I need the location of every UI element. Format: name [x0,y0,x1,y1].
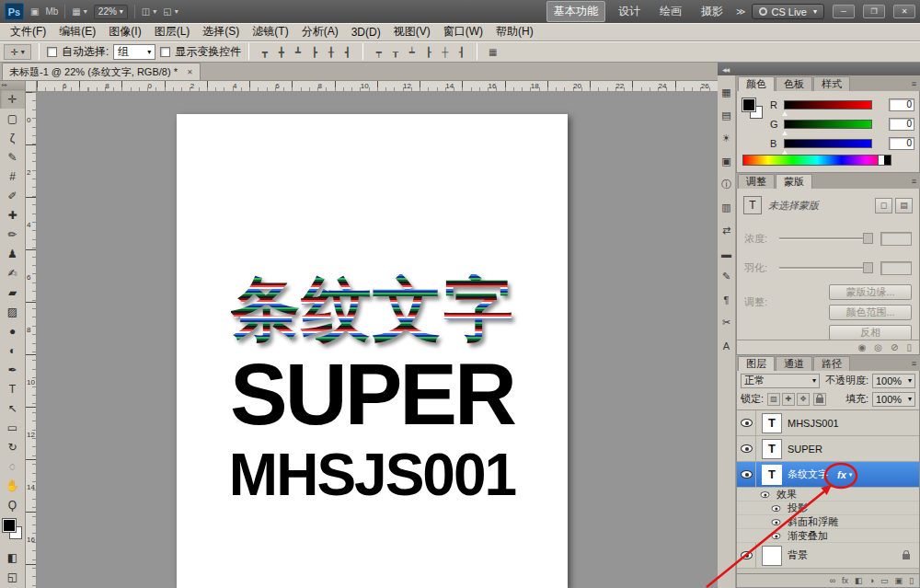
tab-paths[interactable]: 路径 [813,356,850,371]
color-spectrum-bar[interactable] [742,155,891,166]
background-layer-thumbnail[interactable] [762,546,782,566]
gradient-tool[interactable]: ▨ [0,302,25,321]
zoom-level-combo[interactable]: 22% [94,5,128,19]
fx-icon[interactable]: fx [837,469,846,480]
mask-delete-icon[interactable]: ▯ [906,342,912,352]
layer-row-mhsjs001[interactable]: T MHSJS001 [737,410,919,436]
menu-item[interactable]: 文件(F) [4,23,52,40]
menu-item[interactable]: 3D(D) [345,23,387,40]
channel-slider[interactable] [784,139,872,148]
align-icon[interactable]: ┣ [306,44,322,60]
fill-combo[interactable]: 100% [872,392,915,407]
layer-row-background[interactable]: 背景 [737,543,919,569]
channel-slider[interactable] [784,100,872,110]
pen-tool[interactable]: ✒ [0,360,25,379]
visibility-cell[interactable] [737,410,756,435]
tab-swatches[interactable]: 色板 [776,76,812,91]
masks-panel-icon[interactable]: ▣ [718,150,735,173]
clone-source-panel-icon[interactable]: ✂ [718,311,735,334]
layer-name[interactable]: SUPER [788,444,822,455]
menu-item[interactable]: 窗口(W) [437,23,489,40]
refine-button[interactable]: 蒙版边缘... [829,284,912,300]
tab-adjustments[interactable]: 调整 [738,174,775,189]
tab-channels[interactable]: 通道 [776,356,812,371]
delete-layer-icon[interactable]: ▯ [909,576,914,585]
notes-panel-icon[interactable]: ✎ [718,265,735,288]
lock-icon[interactable]: ✚ [782,393,795,406]
mask-disable-icon[interactable]: ⊘ [891,342,898,352]
blur-tool[interactable]: ● [0,321,25,340]
tab-layers[interactable]: 图层 [738,356,775,371]
distribute-icon[interactable]: ┷ [404,44,420,60]
align-icon[interactable]: ╋ [273,44,289,60]
align-icon[interactable]: ╂ [323,44,339,60]
link-layers-icon[interactable]: ∞ [830,576,835,585]
menu-item[interactable]: 编辑(E) [52,23,102,40]
quick-selection-tool[interactable]: ✎ [0,147,25,167]
color-swatches[interactable] [0,518,25,546]
tools-panel-grip[interactable]: ▸▸ [0,81,25,89]
view-extras-icon[interactable]: ▦ [72,6,86,17]
visibility-cell[interactable] [737,436,756,461]
feather-value[interactable] [880,261,912,275]
layer-style-icon[interactable]: fx [842,576,848,585]
layer-name[interactable]: 背景 [788,548,808,562]
canvas-area[interactable]: 条纹文字 SUPER MHSJS001 [37,92,718,588]
path-selection-tool[interactable]: ↖ [0,398,25,418]
info-panel-icon[interactable]: ⓘ [718,173,735,196]
eye-icon[interactable] [772,505,781,512]
swatches-panel-icon[interactable]: ▦ [718,81,735,104]
character-panel-icon[interactable]: A [718,334,735,357]
type-tool[interactable]: T [0,379,25,398]
menu-item[interactable]: 视图(V) [387,23,437,40]
panel-menu-icon[interactable]: ≡ [912,359,916,368]
workspace-overflow-icon[interactable]: ≫ [736,6,745,17]
distribute-icon[interactable]: ┨ [454,44,469,60]
channel-value[interactable]: 0 [889,118,914,131]
screen-mode-button[interactable]: ◱ [0,567,25,586]
eye-icon[interactable] [741,551,753,559]
layer-style-badge[interactable]: fx ▾ [837,469,852,480]
auto-select-checkbox[interactable] [47,47,57,57]
lasso-tool[interactable]: ζ [0,128,25,147]
opacity-combo[interactable]: 100% [872,374,915,388]
layer-row-super[interactable]: T SUPER [737,436,919,462]
menu-item[interactable]: 帮助(H) [489,23,540,40]
add-vector-mask-button[interactable]: ▤ [895,198,913,213]
adjustment-layer-icon[interactable]: ◑ [869,576,874,585]
eye-icon[interactable] [741,470,753,478]
lock-icon[interactable]: ✥ [797,393,810,406]
menu-item[interactable]: 选择(S) [196,23,246,40]
eyedropper-tool[interactable]: ✐ [0,186,25,205]
tab-masks[interactable]: 蒙版 [776,174,812,189]
workspace-painting-button[interactable]: 绘画 [653,2,688,21]
menu-item[interactable]: 图层(L) [148,23,197,40]
align-icon[interactable]: ┫ [339,44,355,60]
align-icon[interactable]: ┳ [257,44,272,60]
blend-mode-combo[interactable]: 正常 [741,374,820,388]
3d-orbit-tool[interactable]: ◌ [0,456,25,476]
healing-brush-tool[interactable]: ✚ [0,205,25,225]
eye-icon[interactable] [741,419,753,427]
styles-panel-icon[interactable]: ▤ [718,104,735,127]
effect-row[interactable]: 渐变叠加 [737,529,919,543]
channel-slider[interactable] [784,120,872,129]
mini-bridge-icon[interactable]: Mb [45,6,58,17]
align-icon[interactable]: ┻ [290,44,305,60]
workspace-basic-button[interactable]: 基本功能 [546,1,605,22]
tool-preset-picker[interactable]: ✛ [4,44,31,60]
eye-icon[interactable] [761,491,770,498]
visibility-cell[interactable] [737,462,756,487]
effect-row[interactable]: 投影 [737,502,919,515]
mask-apply-icon[interactable]: ◉ [858,342,867,352]
layer-name[interactable]: MHSJS001 [788,418,839,429]
black-chip[interactable] [884,156,891,165]
history-brush-tool[interactable]: ✍ [0,263,25,282]
hand-tool[interactable]: ✋ [0,476,25,495]
workspace-photography-button[interactable]: 摄影 [695,2,730,21]
collapse-panels-icon[interactable]: ◀◀ [722,66,729,73]
panel-menu-icon[interactable]: ≡ [912,79,916,88]
add-pixel-mask-button[interactable]: ◻ [875,198,892,213]
dodge-tool[interactable]: ◐ [0,340,25,360]
show-transform-checkbox[interactable] [160,47,170,57]
